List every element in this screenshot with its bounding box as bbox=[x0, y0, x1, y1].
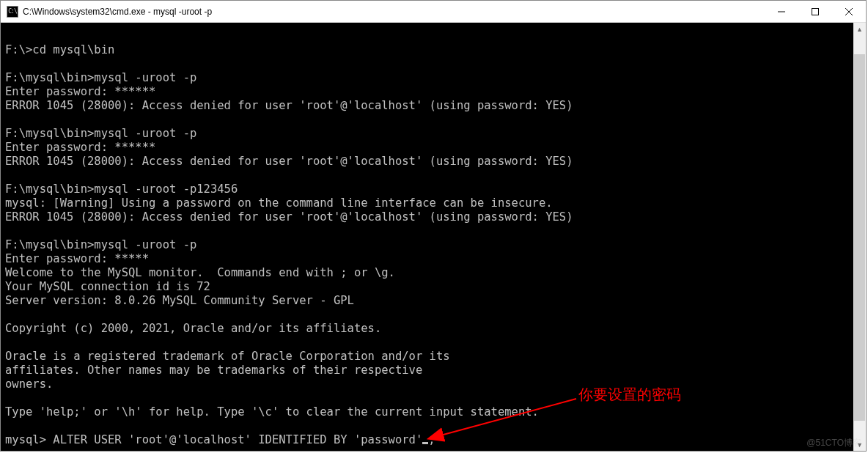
scroll-thumb[interactable] bbox=[854, 54, 865, 421]
cmd-window: C:\ C:\Windows\system32\cmd.exe - mysql … bbox=[0, 0, 867, 452]
terminal-line bbox=[5, 224, 853, 238]
terminal-line bbox=[5, 113, 853, 127]
terminal-line bbox=[5, 391, 853, 405]
scroll-up-arrow[interactable]: ▲ bbox=[853, 23, 866, 35]
vertical-scrollbar[interactable]: ▲ ▼ bbox=[853, 23, 866, 451]
terminal-line: mysql> ALTER USER 'root'@'localhost' IDE… bbox=[5, 433, 853, 447]
scroll-track[interactable] bbox=[853, 35, 866, 438]
terminal-line bbox=[5, 308, 853, 322]
terminal-line: Oracle is a registered trademark of Orac… bbox=[5, 350, 853, 364]
terminal-line: Enter password: ****** bbox=[5, 141, 853, 155]
app-icon: C:\ bbox=[7, 6, 18, 18]
terminal-viewport: F:\>cd mysql\bin F:\mysql\bin>mysql -uro… bbox=[1, 23, 866, 451]
terminal-line: Enter password: ***** bbox=[5, 252, 853, 266]
terminal-line: ERROR 1045 (28000): Access denied for us… bbox=[5, 155, 853, 169]
terminal-line bbox=[5, 419, 853, 433]
terminal-line: Copyright (c) 2000, 2021, Oracle and/or … bbox=[5, 322, 853, 336]
terminal-line: affiliates. Other names may be trademark… bbox=[5, 364, 853, 378]
terminal-line: Enter password: ****** bbox=[5, 85, 853, 99]
svg-rect-1 bbox=[812, 8, 819, 15]
window-title: C:\Windows\system32\cmd.exe - mysql -uro… bbox=[23, 7, 765, 17]
terminal-cursor bbox=[422, 442, 428, 444]
terminal-line: Type 'help;' or '\h' for help. Type '\c'… bbox=[5, 405, 853, 419]
terminal-line: Welcome to the MySQL monitor. Commands e… bbox=[5, 266, 853, 280]
terminal-line: F:\mysql\bin>mysql -uroot -p bbox=[5, 71, 853, 85]
terminal-line: F:\mysql\bin>mysql -uroot -p bbox=[5, 238, 853, 252]
close-button[interactable] bbox=[832, 1, 866, 23]
titlebar[interactable]: C:\ C:\Windows\system32\cmd.exe - mysql … bbox=[1, 1, 866, 23]
terminal-line: F:\mysql\bin>mysql -uroot -p bbox=[5, 127, 853, 141]
terminal-line: F:\mysql\bin>mysql -uroot -p123456 bbox=[5, 183, 853, 196]
terminal-line: Server version: 8.0.26 MySQL Community S… bbox=[5, 294, 853, 308]
terminal-content[interactable]: F:\>cd mysql\bin F:\mysql\bin>mysql -uro… bbox=[5, 43, 853, 451]
terminal-line: Your MySQL connection id is 72 bbox=[5, 280, 853, 294]
terminal-line: F:\>cd mysql\bin bbox=[5, 43, 853, 57]
terminal-line: ERROR 1045 (28000): Access denied for us… bbox=[5, 99, 853, 113]
terminal-line bbox=[5, 169, 853, 183]
watermark: @51CTO博客 bbox=[806, 437, 861, 449]
terminal-line: mysql: [Warning] Using a password on the… bbox=[5, 196, 853, 210]
minimize-button[interactable] bbox=[765, 1, 798, 23]
terminal-line: ERROR 1045 (28000): Access denied for us… bbox=[5, 210, 853, 224]
terminal-line bbox=[5, 336, 853, 350]
terminal-line: owners. bbox=[5, 378, 853, 391]
terminal-line bbox=[5, 57, 853, 71]
maximize-button[interactable] bbox=[798, 1, 832, 23]
